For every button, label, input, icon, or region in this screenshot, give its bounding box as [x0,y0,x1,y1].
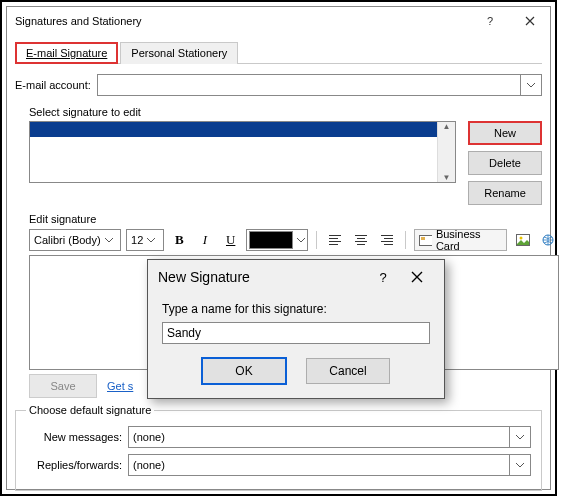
modal-titlebar: New Signature ? [148,260,444,294]
help-button[interactable]: ? [470,7,510,35]
email-account-label: E-mail account: [15,79,91,91]
new-messages-combo[interactable]: (none) [128,426,510,448]
business-card-button[interactable]: Business Card [414,229,508,251]
insert-picture-button[interactable] [512,229,533,251]
new-messages-dropdown[interactable] [510,426,531,448]
format-toolbar: Calibri (Body) 12 B I U [29,229,559,251]
underline-button[interactable]: U [220,229,241,251]
modal-ok-button[interactable]: OK [202,358,286,384]
chevron-down-icon [527,83,535,88]
save-button[interactable]: Save [29,374,97,398]
modal-title: New Signature [158,269,250,285]
rename-button[interactable]: Rename [468,181,542,205]
align-left-icon [329,235,341,245]
close-icon [411,271,423,283]
get-signatures-link[interactable]: Get s [107,380,133,392]
bold-button[interactable]: B [169,229,190,251]
font-select[interactable]: Calibri (Body) [29,229,121,251]
titlebar: Signatures and Stationery ? [7,7,550,35]
replies-forwards-label: Replies/forwards: [26,459,122,471]
separator [316,231,317,249]
edit-signature-label: Edit signature [29,213,96,225]
hyperlink-icon [541,234,555,246]
align-right-button[interactable] [376,229,397,251]
modal-close-button[interactable] [400,262,434,292]
close-icon [525,16,535,26]
close-button[interactable] [510,7,550,35]
defaults-legend: Choose default signature [26,404,154,416]
insert-hyperlink-button[interactable] [538,229,559,251]
scrollbar[interactable]: ▲▼ [437,122,455,182]
delete-button[interactable]: Delete [468,151,542,175]
new-signature-dialog: New Signature ? Type a name for this sig… [147,259,445,399]
svg-point-3 [519,237,522,240]
font-color-select[interactable] [246,229,308,251]
replies-forwards-combo[interactable]: (none) [128,454,510,476]
tab-personal-stationery[interactable]: Personal Stationery [120,42,238,64]
italic-icon: I [203,232,207,248]
new-messages-label: New messages: [26,431,122,443]
email-account-dropdown[interactable] [521,74,542,96]
replies-forwards-dropdown[interactable] [510,454,531,476]
align-right-icon [381,235,393,245]
color-swatch [249,231,293,249]
tab-email-signature[interactable]: E-mail Signature [15,42,118,64]
modal-prompt: Type a name for this signature: [162,302,430,316]
chevron-down-icon [297,238,305,243]
signature-name-input[interactable] [162,322,430,344]
italic-button[interactable]: I [195,229,216,251]
tab-strip: E-mail Signature Personal Stationery [15,41,542,64]
signatures-dialog: Signatures and Stationery ? E-mail Signa… [6,6,551,490]
bold-icon: B [175,232,184,248]
chevron-down-icon [105,238,113,243]
align-center-icon [355,235,367,245]
font-size-select[interactable]: 12 [126,229,164,251]
modal-help-button[interactable]: ? [366,262,400,292]
align-left-button[interactable] [325,229,346,251]
list-selection [30,122,437,137]
signature-listbox[interactable]: ▲▼ [29,121,456,183]
chevron-down-icon [516,463,524,468]
email-account-combo[interactable] [97,74,521,96]
chevron-down-icon [147,238,155,243]
svg-rect-1 [421,237,425,240]
align-center-button[interactable] [351,229,372,251]
underline-icon: U [226,232,235,248]
tab-label: E-mail Signature [26,47,107,59]
chevron-down-icon [516,435,524,440]
window-title: Signatures and Stationery [15,15,142,27]
new-button[interactable]: New [468,121,542,145]
separator [405,231,406,249]
picture-icon [516,234,530,246]
select-signature-label: Select signature to edit [29,106,141,118]
business-card-icon [419,235,432,246]
tab-label: Personal Stationery [131,47,227,59]
modal-cancel-button[interactable]: Cancel [306,358,390,384]
